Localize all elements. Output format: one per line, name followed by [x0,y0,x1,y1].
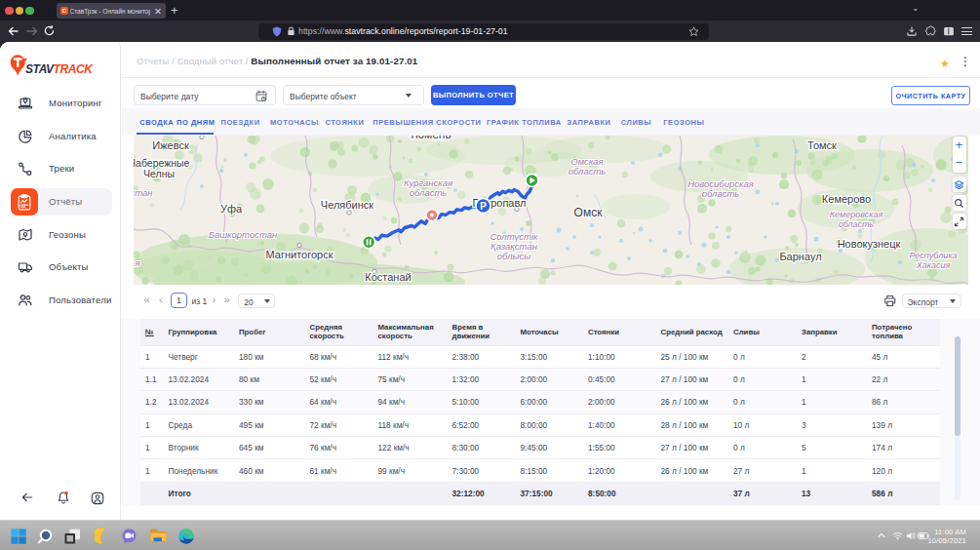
svg-text:Новокузнецк: Новокузнецк [838,238,901,250]
svg-text:TRACK: TRACK [54,62,95,76]
svg-text:Кемеровская: Кемеровская [830,210,883,219]
svg-text:Томск: Томск [807,139,837,151]
svg-text:область: область [410,187,448,198]
svg-text:область: область [568,165,607,176]
svg-text:Магнитогорск: Магнитогорск [266,249,333,260]
svg-text:Кемерово: Кемерово [822,193,871,205]
svg-text:Республика: Республика [909,251,957,260]
svg-text:область: область [702,188,740,199]
svg-text:область: область [839,218,875,228]
svg-text:Костанай: Костанай [365,271,411,283]
svg-text:Барнаул: Барнаул [779,251,821,262]
svg-text:стан: стан [134,187,153,198]
svg-text:Омск: Омск [574,206,604,219]
svg-text:Уфа: Уфа [220,203,243,215]
svg-text:STAV: STAV [25,62,55,76]
svg-text:Башкортостан: Башкортостан [209,229,278,240]
svg-text:облысы: облысы [497,250,531,260]
svg-text:Ижевск: Ижевск [152,139,189,151]
svg-text:Хакасия: Хакасия [916,260,951,270]
svg-text:Курганская: Курганская [404,177,452,187]
svg-text:P: P [480,200,487,211]
svg-text:Тюмень: Тюмень [409,136,451,141]
svg-text:Челябинск: Челябинск [321,199,373,211]
svg-text:Челны: Челны [143,168,175,179]
svg-text:я: я [134,257,139,268]
